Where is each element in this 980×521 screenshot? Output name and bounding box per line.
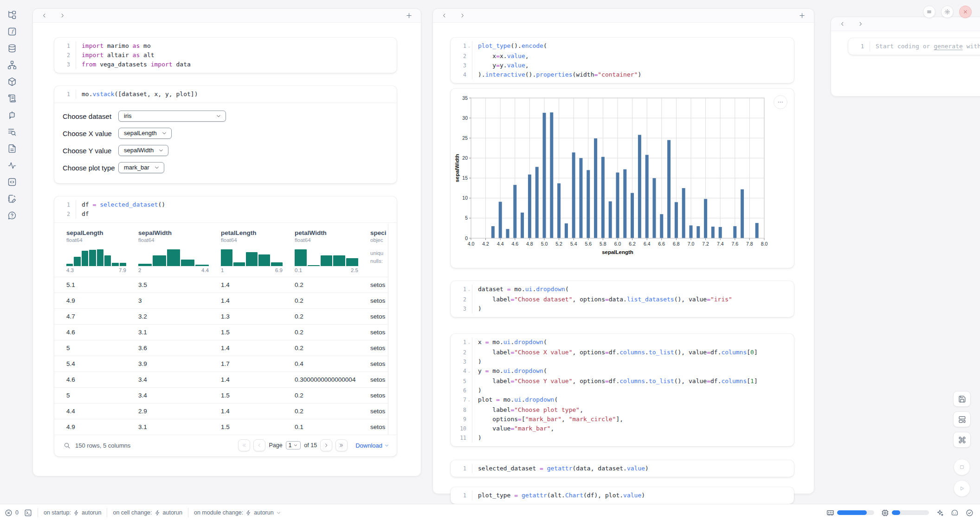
sparkles-icon[interactable]	[936, 509, 944, 517]
stop-button[interactable]	[954, 459, 970, 475]
code-line[interactable]: 1selected_dataset = getattr(data, datase…	[451, 464, 794, 473]
file-tree-icon[interactable]	[7, 10, 17, 20]
code-line[interactable]: 5 label="Choose Y value", options=df.col…	[451, 377, 794, 386]
connection-status-icon[interactable]	[966, 509, 974, 517]
code-cell-dataframe[interactable]: 1df = selected_dataset()2df sepalLengthf…	[54, 196, 397, 456]
table-row[interactable]: 53.61.40.2setos	[54, 340, 388, 356]
errors-indicator[interactable]: 0	[5, 509, 19, 517]
code-line[interactable]: 4⌄y = mo.ui.dropdown(	[451, 366, 794, 377]
table-row[interactable]: 4.931.40.2setos	[54, 293, 388, 308]
table-row[interactable]: 5.13.51.40.2setos	[54, 277, 388, 293]
column-back-button[interactable]	[440, 12, 448, 20]
code-line[interactable]: 3)	[451, 304, 794, 313]
list-search-icon[interactable]	[7, 127, 17, 137]
column-header-petalLength[interactable]: petalLengthfloat6416.9	[221, 224, 295, 277]
run-button[interactable]	[954, 480, 970, 497]
on-module-change-setting[interactable]: on module change: autorun	[194, 509, 281, 516]
dropdown-select-choose-y-value[interactable]: sepalWidth	[118, 145, 168, 156]
scroll-text-icon[interactable]	[7, 94, 17, 103]
terminal-button[interactable]	[24, 509, 32, 517]
chart-actions-button[interactable]	[774, 95, 787, 109]
table-row[interactable]: 4.93.11.50.1setos	[54, 419, 388, 435]
file-text-icon[interactable]	[7, 144, 17, 153]
code-line[interactable]: 1mo.vstack([dataset, x, y, plot])	[54, 90, 397, 99]
code-cell-xy-plot-dropdowns[interactable]: 1⌄x = mo.ui.dropdown(2 label="Choose X v…	[451, 334, 794, 446]
bot-message-icon[interactable]	[7, 111, 17, 120]
code-line[interactable]: 6)	[451, 386, 794, 395]
code-line[interactable]: 3 y=y.value,	[451, 61, 794, 70]
code-line[interactable]: 2 label="Choose X value", options=df.col…	[451, 348, 794, 357]
command-palette-button[interactable]	[953, 432, 971, 448]
column-forward-button[interactable]	[857, 20, 864, 28]
copilot-icon[interactable]	[951, 509, 959, 517]
table-row[interactable]: 4.63.41.40.3000000000000004setos	[54, 371, 388, 387]
first-page-button[interactable]	[238, 439, 250, 451]
add-cell-button[interactable]	[405, 11, 413, 20]
column-back-button[interactable]	[838, 20, 846, 28]
code-line[interactable]: 10 value="mark_bar",	[451, 424, 794, 433]
next-page-button[interactable]	[320, 439, 332, 451]
menu-button[interactable]	[923, 6, 935, 18]
on-cell-change-setting[interactable]: on cell change: autorun	[113, 509, 182, 516]
column-back-button[interactable]	[40, 12, 48, 20]
search-icon[interactable]	[64, 442, 71, 449]
code-line[interactable]: 1plot_type = getattr(alt.Chart(df), plot…	[451, 491, 794, 500]
database-icon[interactable]	[7, 44, 17, 53]
network-icon[interactable]	[7, 60, 17, 70]
code-line[interactable]: 1⌄dataset = mo.ui.dropdown(	[451, 285, 794, 295]
column-forward-button[interactable]	[458, 12, 466, 20]
code-line[interactable]: 7⌄plot = mo.ui.dropdown(	[451, 395, 794, 405]
dropdown-select-choose-dataset[interactable]: iris	[118, 111, 226, 122]
dropdown-select-choose-x-value[interactable]: sepalLength	[118, 128, 172, 139]
bar-chart[interactable]: 4.04.24.44.64.85.05.25.45.65.86.06.26.46…	[454, 92, 790, 262]
column-forward-button[interactable]	[58, 12, 66, 20]
help-circle-icon[interactable]	[7, 211, 17, 220]
code-line[interactable]: 4).interactive().properties(width="conta…	[451, 70, 794, 79]
code-cell-selected-dataset[interactable]: 1selected_dataset = getattr(data, datase…	[451, 460, 794, 477]
table-row[interactable]: 4.73.21.30.2setos	[54, 308, 388, 324]
column-header-petalWidth[interactable]: petalWidthfloat640.12.5	[295, 224, 370, 277]
code-line[interactable]: 8 label="Choose plot type",	[451, 405, 794, 415]
code-line[interactable]: 9 options=["mark_bar", "mark_circle"],	[451, 415, 794, 424]
code-line[interactable]: 2 label="Choose dataset", options=data.l…	[451, 295, 794, 304]
code-line[interactable]: 3)	[451, 357, 794, 366]
add-cell-button[interactable]	[798, 11, 806, 20]
code-line[interactable]: 1import marimo as mo	[54, 41, 397, 51]
download-button[interactable]: Download	[355, 442, 389, 449]
empty-code-cell[interactable]: 1 Start coding or generate with	[848, 38, 980, 55]
code-cell-dataset-dropdown[interactable]: 1⌄dataset = mo.ui.dropdown(2 label="Choo…	[451, 281, 794, 317]
code-editor-placeholder[interactable]: Start coding or generate with	[870, 42, 980, 51]
table-row[interactable]: 53.41.50.2setos	[54, 387, 388, 403]
settings-button[interactable]	[941, 6, 954, 18]
table-row[interactable]: 4.42.91.40.2setos	[54, 403, 388, 419]
code-line[interactable]: 3from vega_datasets import data	[54, 60, 397, 69]
save-button[interactable]	[953, 391, 971, 407]
code-cell-plot-encode[interactable]: 1⌄plot_type().encode(2 x=x.value,3 y=y.v…	[451, 38, 794, 83]
code-line[interactable]: 1⌄x = mo.ui.dropdown(	[451, 338, 794, 348]
generate-link[interactable]: generate	[934, 43, 963, 50]
code-line[interactable]: 2 x=x.value,	[451, 52, 794, 61]
code-line[interactable]: 2import altair as alt	[54, 51, 397, 60]
layout-toggle-button[interactable]	[953, 411, 971, 427]
page-select[interactable]: 1	[286, 441, 301, 449]
column-header-speci[interactable]: speciobjecuniqunulls:	[370, 224, 388, 277]
notebook-pen-icon[interactable]	[7, 194, 17, 203]
column-header-sepalWidth[interactable]: sepalWidthfloat6424.4	[138, 224, 221, 277]
function-square-icon[interactable]: f	[7, 27, 17, 36]
code-line[interactable]: 11)	[451, 433, 794, 443]
code-line[interactable]: 1df = selected_dataset()	[54, 200, 397, 209]
package-icon[interactable]	[7, 77, 17, 86]
dropdown-select-choose-plot-type[interactable]: mark_bar	[118, 162, 164, 173]
code-block-icon[interactable]	[7, 177, 17, 187]
on-startup-setting[interactable]: on startup: autorun	[44, 509, 101, 516]
code-cell-vstack[interactable]: 1mo.vstack([dataset, x, y, plot]) Choose…	[54, 86, 397, 183]
code-cell-imports[interactable]: 1import marimo as mo2import altair as al…	[54, 38, 397, 73]
prev-page-button[interactable]	[253, 439, 265, 451]
code-line[interactable]: 1⌄plot_type().encode(	[451, 41, 794, 52]
column-header-sepalLength[interactable]: sepalLengthfloat644.37.9	[66, 224, 138, 277]
table-row[interactable]: 5.43.91.70.4setos	[54, 356, 388, 371]
code-line[interactable]: 2df	[54, 209, 397, 219]
code-cell-plot-type[interactable]: 1plot_type = getattr(alt.Chart(df), plot…	[451, 487, 794, 504]
activity-icon[interactable]	[7, 161, 17, 170]
table-row[interactable]: 4.63.11.50.2setos	[54, 324, 388, 340]
